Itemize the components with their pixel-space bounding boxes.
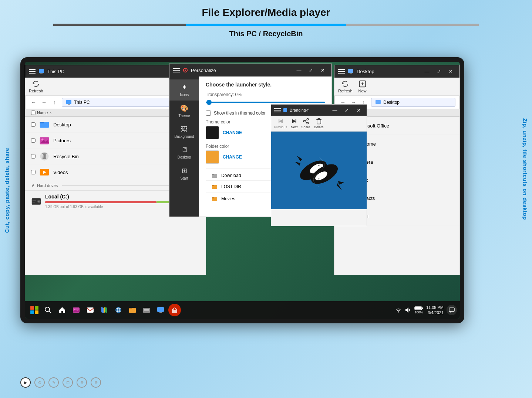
share-button[interactable]: Share bbox=[302, 118, 310, 129]
taskbar-filemanager-btn[interactable] bbox=[140, 304, 153, 316]
item-checkbox[interactable] bbox=[31, 154, 36, 159]
personalize-maximize-btn[interactable]: ⤢ bbox=[306, 66, 316, 75]
sidebar-item-background[interactable]: 🖼 Background bbox=[169, 122, 199, 142]
active-app-icon bbox=[171, 306, 178, 314]
drive-icon bbox=[31, 196, 41, 207]
svg-rect-92 bbox=[144, 310, 149, 311]
previous-button[interactable]: Previous bbox=[274, 118, 287, 129]
next-button[interactable]: Next bbox=[291, 118, 298, 129]
svg-rect-0 bbox=[39, 69, 44, 73]
svg-rect-94 bbox=[159, 312, 162, 313]
svg-rect-29 bbox=[296, 119, 296, 123]
item-label: Desktop bbox=[53, 122, 71, 127]
nav-edit-btn[interactable]: ✎ bbox=[48, 377, 59, 388]
personalize-icon bbox=[183, 68, 188, 73]
desktop-refresh-btn[interactable]: Refresh bbox=[338, 80, 353, 93]
nav-zoom-btn[interactable]: ⊕ bbox=[77, 377, 87, 388]
start-label: Start bbox=[180, 176, 188, 180]
taskbar-maps-btn[interactable] bbox=[98, 304, 111, 316]
taskbar-browser-btn[interactable] bbox=[112, 304, 125, 316]
koi-fish-image bbox=[282, 135, 356, 205]
sidebar-item-start[interactable]: ⊞ Start bbox=[169, 163, 199, 184]
item-checkbox[interactable] bbox=[31, 170, 36, 174]
svg-marker-44 bbox=[338, 181, 344, 185]
refresh-button[interactable]: Refresh bbox=[29, 80, 43, 93]
nav-copy-btn[interactable]: ⊡ bbox=[63, 377, 73, 388]
media-hamburger[interactable] bbox=[274, 108, 281, 112]
start-button[interactable] bbox=[28, 303, 41, 317]
svg-rect-2 bbox=[66, 100, 71, 104]
hamburger-menu[interactable] bbox=[29, 69, 36, 74]
item-checkbox[interactable] bbox=[31, 138, 36, 143]
media-controls: — ⤢ ✕ bbox=[330, 106, 364, 115]
media-minimize-btn[interactable]: — bbox=[330, 106, 340, 115]
nav-minimize-btn[interactable]: ⊖ bbox=[91, 377, 101, 388]
taskbar-active-app-btn[interactable] bbox=[168, 304, 181, 316]
svg-rect-98 bbox=[415, 307, 421, 309]
desktop-path[interactable]: Desktop bbox=[371, 98, 455, 107]
taskbar-photo-btn[interactable] bbox=[70, 304, 83, 316]
desktop-new-btn[interactable]: New bbox=[358, 80, 367, 93]
transparency-label: Transparency: 0% bbox=[206, 92, 325, 97]
svg-rect-3 bbox=[68, 104, 70, 105]
maps-icon bbox=[101, 306, 108, 314]
taskbar-monitor-btn[interactable] bbox=[154, 304, 167, 316]
svg-rect-22 bbox=[212, 185, 214, 186]
notification-btn[interactable] bbox=[447, 305, 457, 315]
chat-icon bbox=[449, 307, 455, 313]
desktop-hamburger[interactable] bbox=[338, 69, 345, 74]
desktop-path-icon bbox=[375, 99, 381, 105]
delete-button[interactable]: Delete bbox=[314, 118, 324, 129]
personalize-hamburger[interactable] bbox=[173, 68, 180, 72]
desktop-maximize-btn[interactable]: ⤢ bbox=[434, 67, 444, 76]
sidebar-item-desktop[interactable]: 🖥 Desktop bbox=[169, 142, 199, 163]
videos-icon bbox=[39, 167, 50, 177]
nav-play-btn[interactable]: ▶ bbox=[20, 377, 31, 388]
forward-btn[interactable]: → bbox=[40, 98, 48, 107]
personalize-controls: — ⤢ ✕ bbox=[294, 66, 328, 75]
taskbar-search-btn[interactable] bbox=[42, 304, 54, 316]
desktop-close-btn[interactable]: ✕ bbox=[445, 67, 456, 76]
media-app-icon bbox=[283, 108, 287, 112]
back-btn[interactable]: ← bbox=[29, 98, 38, 107]
up-btn[interactable]: ↑ bbox=[50, 98, 59, 107]
taskbar-files-btn[interactable] bbox=[126, 304, 139, 316]
svg-point-18 bbox=[185, 69, 186, 71]
svg-rect-48 bbox=[350, 73, 352, 74]
date-text: 3/4/2021 bbox=[426, 310, 444, 315]
svg-marker-81 bbox=[101, 307, 104, 313]
theme-change-btn[interactable]: CHANGE bbox=[223, 130, 242, 135]
monitor-icon bbox=[157, 306, 164, 314]
item-checkbox[interactable] bbox=[31, 122, 36, 127]
path-text: This PC bbox=[74, 100, 90, 105]
svg-rect-79 bbox=[87, 307, 94, 313]
svg-rect-52 bbox=[376, 100, 381, 104]
sidebar-item-theme[interactable]: 🎨 Theme bbox=[169, 101, 199, 122]
filename: LOST.DIR bbox=[221, 184, 241, 189]
show-tiles-checkbox[interactable] bbox=[206, 110, 211, 116]
computer-icon-small bbox=[66, 99, 72, 105]
taskbar-gmail-btn[interactable] bbox=[84, 304, 97, 316]
theme-color-swatch bbox=[206, 126, 219, 139]
previous-label: Previous bbox=[274, 125, 287, 129]
personalize-close-btn[interactable]: ✕ bbox=[317, 66, 328, 75]
media-close-btn[interactable]: ✕ bbox=[353, 106, 364, 115]
personalize-minimize-btn[interactable]: — bbox=[294, 66, 304, 75]
sidebar-item-icons[interactable]: ✦ Icons bbox=[169, 79, 199, 101]
taskbar-home-btn[interactable] bbox=[56, 304, 68, 316]
svg-rect-25 bbox=[283, 108, 287, 112]
device-frame: This PC — ⤢ ✕ Refresh ← bbox=[20, 57, 464, 323]
desktop-minimize-btn[interactable]: — bbox=[422, 67, 432, 76]
folder-change-btn[interactable]: CHANGE bbox=[223, 154, 242, 160]
personalize-sidebar: ✦ Icons 🎨 Theme 🖼 Background 🖥 Desktop bbox=[169, 76, 199, 217]
theme-label: Theme bbox=[178, 114, 190, 118]
media-maximize-btn[interactable]: ⤢ bbox=[341, 106, 352, 115]
page-title: File Explorer/Media player bbox=[0, 7, 532, 18]
nav-buttons: ← → ↑ bbox=[29, 98, 59, 107]
desktop-refresh-label: Refresh bbox=[338, 89, 353, 93]
svg-point-7 bbox=[41, 139, 43, 140]
nav-stop-btn[interactable]: ⊘ bbox=[34, 377, 45, 388]
desktop-new-label: New bbox=[358, 89, 367, 93]
select-all-checkbox[interactable] bbox=[31, 110, 36, 115]
transparency-slider-thumb[interactable] bbox=[206, 100, 212, 105]
